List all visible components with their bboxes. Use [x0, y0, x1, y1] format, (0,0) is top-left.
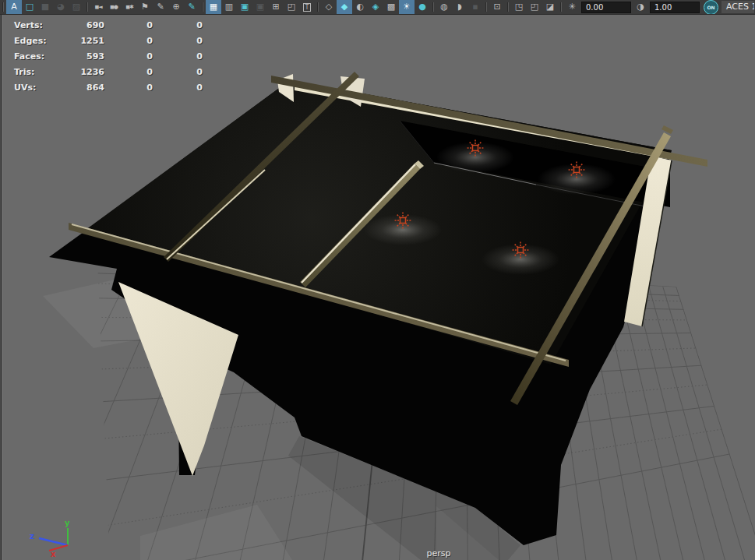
axis-z-label: z	[30, 532, 34, 541]
toolbar-separator	[86, 2, 88, 12]
color-management-toggle[interactable]: ON	[704, 0, 718, 15]
motion-blur-icon[interactable]: ◗	[452, 0, 467, 14]
camera-attributes-icon[interactable]: ◼✱	[122, 0, 137, 14]
pie-circle-icon[interactable]: ◕	[53, 0, 69, 14]
gamma-field[interactable]: 1.00	[650, 2, 700, 13]
hud-value: 0	[153, 51, 203, 62]
filled-square-icon[interactable]: ■	[37, 0, 53, 14]
hud-row: Tris:123600	[3, 64, 203, 79]
hud-value: 0	[153, 20, 203, 30]
light-glow	[436, 142, 514, 173]
bookmark-icon[interactable]: ⚑	[137, 0, 153, 14]
exposure-field[interactable]: 0.00	[581, 2, 631, 13]
hud-label: Verts:	[3, 20, 64, 30]
polycount-hud: Verts:69000Edges:125100Faces:59300Tris:1…	[3, 17, 203, 95]
toolbar-separator	[317, 2, 319, 12]
multisample-icon[interactable]: ▪	[467, 0, 483, 14]
safe-title-icon[interactable]: T	[299, 0, 315, 14]
xray-icon[interactable]: ◳	[511, 0, 527, 14]
hud-value: 593	[64, 51, 104, 62]
gate-mask-icon[interactable]: ▣	[252, 0, 268, 14]
default-material-icon[interactable]: ▩	[383, 0, 399, 14]
field-chart-icon[interactable]: ⊞	[268, 0, 284, 14]
maya-viewport-panel: A□■◕▨◼◄◼●◼✱⚑✎⊕✎▦▥▣▣⊞◰T◇◆◐◈▩☀●◍◗▪⊡◳◰◪✳0.0…	[0, 0, 755, 560]
shaded-cube-icon[interactable]: ◆	[337, 0, 352, 14]
axis-indicator: y z x	[30, 519, 70, 558]
isolate-select-icon[interactable]: ⊡	[489, 0, 505, 14]
lights-icon[interactable]: ☀	[399, 0, 415, 14]
hud-row: Faces:59300	[3, 48, 203, 64]
light-glow	[364, 214, 442, 245]
xray-joints-icon[interactable]: ◰	[527, 0, 542, 14]
hud-value: 0	[104, 51, 153, 62]
exposure-link-icon[interactable]: ◪	[542, 0, 558, 14]
toolbar-separator	[432, 2, 434, 12]
pan-zoom-icon[interactable]: ⊕	[168, 0, 184, 14]
contrast-icon[interactable]: ◑	[633, 0, 648, 14]
hud-row: Edges:125100	[3, 33, 203, 48]
hud-label: Faces:	[3, 51, 64, 62]
view-transform-label[interactable]: ACES 1.0 SDR-vid	[721, 0, 755, 14]
hud-value: 0	[153, 67, 203, 77]
wireframe-cube-icon[interactable]: ◇	[321, 0, 337, 14]
toolbar-separator	[560, 2, 562, 12]
hud-row: Verts:69000	[3, 17, 203, 33]
hud-value: 0	[104, 67, 153, 77]
brush-icon[interactable]: ✎	[184, 0, 199, 14]
safe-action-icon[interactable]: ◰	[284, 0, 299, 14]
graph-icon[interactable]: ▨	[69, 0, 84, 14]
frame-outline-icon[interactable]: □	[22, 0, 37, 14]
light-glow	[482, 244, 559, 275]
wireframe-on-shaded-icon[interactable]: ◐	[352, 0, 368, 14]
panel-toolbar: A□■◕▨◼◄◼●◼✱⚑✎⊕✎▦▥▣▣⊞◰T◇◆◐◈▩☀●◍◗▪⊡◳◰◪✳0.0…	[0, 0, 755, 15]
ao-sphere-icon[interactable]: ◍	[436, 0, 452, 14]
hud-value: 1251	[64, 36, 104, 46]
hud-row: UVs:86400	[3, 79, 203, 95]
hud-value: 0	[153, 36, 203, 46]
camera-label: persp	[427, 548, 451, 558]
exposure-aperture-icon[interactable]: ✳	[564, 0, 580, 14]
axis-x-label: x	[51, 550, 56, 558]
hud-value: 0	[104, 20, 153, 30]
hud-value: 0	[153, 83, 203, 93]
light-glow	[538, 164, 616, 195]
a-letter-icon[interactable]: A	[6, 0, 22, 14]
lock-camera-icon[interactable]: ◼●	[106, 0, 122, 14]
axis-y-label: y	[65, 519, 70, 527]
toolbar-separator	[507, 2, 509, 12]
grease-pencil-icon[interactable]: ✎	[153, 0, 168, 14]
select-camera-icon[interactable]: ◼◄	[90, 0, 106, 14]
hud-value: 690	[64, 20, 104, 30]
toolbar-separator	[2, 2, 4, 12]
film-gate-icon[interactable]: ▥	[221, 0, 237, 14]
hud-label: UVs:	[3, 83, 64, 93]
hud-label: Edges:	[3, 36, 64, 46]
textured-cube-icon[interactable]: ◈	[368, 0, 383, 14]
toolbar-separator	[202, 2, 203, 12]
hud-value: 0	[104, 36, 153, 46]
hud-value: 0	[104, 83, 153, 93]
hud-value: 864	[64, 83, 104, 93]
hud-label: Tris:	[3, 67, 64, 77]
toolbar-separator	[485, 2, 487, 12]
resolution-gate-icon[interactable]: ▣	[237, 0, 252, 14]
viewport-border-highlight	[2, 14, 3, 560]
grid-icon[interactable]: ▦	[206, 0, 221, 14]
shadows-icon[interactable]: ●	[415, 0, 430, 14]
hud-value: 1236	[64, 67, 104, 77]
